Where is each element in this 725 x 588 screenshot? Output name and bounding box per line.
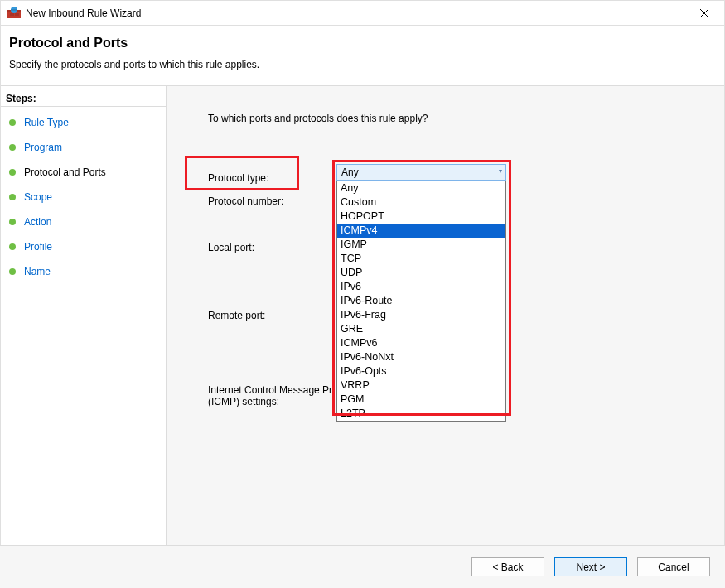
svg-rect-3 <box>17 10 21 12</box>
step-label: Rule Type <box>24 117 69 128</box>
page-subtitle: Specify the protocols and ports to which… <box>9 59 711 70</box>
close-icon <box>700 9 708 17</box>
window-title: New Inbound Rule Wizard <box>26 7 141 19</box>
step-bullet-icon <box>9 268 16 275</box>
step-label: Profile <box>24 241 52 253</box>
titlebar: New Inbound Rule Wizard <box>1 1 724 26</box>
steps-heading: Steps: <box>1 91 166 107</box>
highlight-box-dropdown <box>332 160 511 416</box>
svg-rect-4 <box>10 13 14 16</box>
step-item[interactable]: Program <box>1 135 166 160</box>
firewall-icon <box>7 7 21 20</box>
page-title: Protocol and Ports <box>9 36 711 51</box>
close-button[interactable] <box>688 2 721 25</box>
step-label: Protocol and Ports <box>24 166 106 178</box>
question-text: To which ports and protocols does this r… <box>208 113 708 124</box>
label-local-port: Local port: <box>208 242 254 253</box>
step-label: Name <box>24 266 51 277</box>
step-label: Action <box>24 216 51 228</box>
svg-rect-7 <box>11 9 17 11</box>
step-item[interactable]: Name <box>1 259 166 284</box>
step-bullet-icon <box>9 119 16 126</box>
step-item[interactable]: Scope <box>1 185 166 210</box>
label-protocol-number: Protocol number: <box>208 195 283 207</box>
wizard-footer: < Back Next > Cancel <box>0 545 725 588</box>
step-item: Protocol and Ports <box>1 160 166 185</box>
steps-sidebar: Steps: Rule TypeProgramProtocol and Port… <box>1 86 167 550</box>
step-item[interactable]: Rule Type <box>1 110 166 135</box>
step-bullet-icon <box>9 219 16 225</box>
back-button[interactable]: < Back <box>471 557 544 576</box>
step-item[interactable]: Profile <box>1 234 166 259</box>
step-label: Scope <box>24 191 52 203</box>
label-remote-port: Remote port: <box>208 310 265 321</box>
steps-list: Rule TypeProgramProtocol and PortsScopeA… <box>1 110 166 284</box>
main-panel: To which ports and protocols does this r… <box>167 86 724 550</box>
page-header: Protocol and Ports Specify the protocols… <box>1 26 724 86</box>
next-button[interactable]: Next > <box>554 557 627 576</box>
svg-rect-5 <box>15 13 19 16</box>
highlight-box-label <box>185 156 299 190</box>
step-item[interactable]: Action <box>1 210 166 234</box>
step-bullet-icon <box>9 169 16 176</box>
cancel-button[interactable]: Cancel <box>637 557 710 576</box>
step-bullet-icon <box>9 194 16 200</box>
step-bullet-icon <box>9 144 16 151</box>
step-bullet-icon <box>9 243 16 250</box>
step-label: Program <box>24 142 62 153</box>
